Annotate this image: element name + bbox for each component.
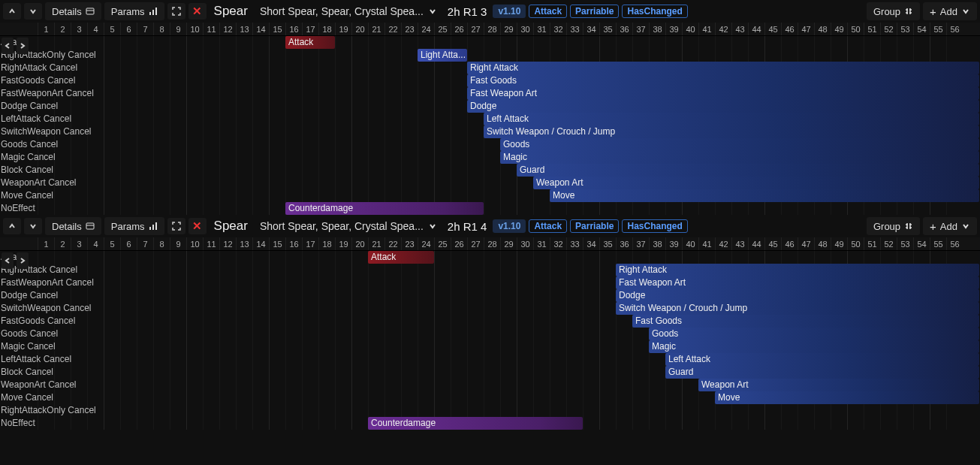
group-label: Group xyxy=(873,6,900,17)
timeline-bar[interactable]: Attack xyxy=(285,36,335,49)
frame-tick: 19 xyxy=(335,23,351,35)
tag-parriable: Parriable xyxy=(570,5,619,18)
timeline-bar[interactable]: Switch Weapon / Crouch / Jump xyxy=(484,125,979,138)
params-button[interactable]: Params xyxy=(104,217,164,235)
row-label: Dodge Cancel xyxy=(0,289,58,302)
frame-tick: 37 xyxy=(632,23,649,35)
timeline-row: Attack Attack xyxy=(0,36,980,49)
weapon-class: Spear xyxy=(210,4,252,19)
caret-up-icon[interactable] xyxy=(3,3,21,20)
frame-tick: 14 xyxy=(252,23,269,35)
frame-tick: 15 xyxy=(269,237,285,250)
timeline-bar[interactable]: Guard xyxy=(665,366,979,379)
frame-tick: 4 xyxy=(87,237,104,250)
frame-tick: 28 xyxy=(484,237,500,250)
params-button[interactable]: Params xyxy=(104,2,164,20)
caret-down-icon[interactable] xyxy=(24,3,42,20)
frame-tick: 23 xyxy=(401,237,418,250)
frame-tick: 4 xyxy=(87,23,104,35)
frame-tick: 5 xyxy=(104,23,120,35)
params-label: Params xyxy=(111,221,145,232)
add-label: Add xyxy=(940,221,957,232)
timeline-bar[interactable]: Guard xyxy=(517,164,979,177)
tag-haschanged: HasChanged xyxy=(622,219,687,233)
timeline-bar[interactable]: Left Attack xyxy=(484,113,979,125)
frame-tick: 49 xyxy=(831,237,847,250)
frame-tick: 13 xyxy=(236,23,252,35)
timeline-bar[interactable]: Left Attack xyxy=(665,353,979,366)
timeline-bar[interactable]: Fast Weapon Art xyxy=(616,276,979,289)
frame-tick: 27 xyxy=(467,237,484,250)
timeline-bar[interactable]: Attack xyxy=(368,251,434,264)
frame-tick: 51 xyxy=(864,23,880,35)
frame-tick: 9 xyxy=(170,23,186,35)
row-label: Magic Cancel xyxy=(0,340,56,353)
frame-tick: 2 xyxy=(54,237,71,250)
frame-tick: 14 xyxy=(252,237,269,250)
caret-up-icon[interactable] xyxy=(3,218,21,234)
timeline-row: LeftAttack Cancel Left Attack xyxy=(0,353,980,366)
weapon-dropdown[interactable]: Short Spear, Spear, Crystal Spea... xyxy=(255,3,442,20)
weapon-dropdown[interactable]: Short Spear, Spear, Crystal Spea... xyxy=(255,218,442,234)
timeline-bar[interactable]: Weapon Art xyxy=(698,379,979,391)
tag-parriable: Parriable xyxy=(570,219,619,233)
attack-name: 2h R1 3 xyxy=(445,5,490,18)
add-button[interactable]: +Add xyxy=(923,2,977,20)
timeline-bar[interactable]: Goods xyxy=(500,138,979,151)
expand-icon[interactable] xyxy=(167,218,185,234)
timeline-bar[interactable]: Dodge xyxy=(616,289,979,302)
svg-rect-4 xyxy=(155,8,157,15)
timeline-bar[interactable]: Magic xyxy=(500,151,979,164)
row-label: SwitchWeapon Cancel xyxy=(0,302,92,315)
frame-tick: 36 xyxy=(616,23,632,35)
timeline-bar[interactable]: Magic xyxy=(649,340,979,353)
timeline-bar[interactable]: Fast Weapon Art xyxy=(467,87,979,100)
frame-ruler: 1234567891011121314151617181920212223242… xyxy=(0,23,980,36)
timeline-bar[interactable]: Dodge xyxy=(467,100,979,113)
frame-tick: 31 xyxy=(533,237,550,250)
weapon-class: Spear xyxy=(210,219,252,234)
svg-rect-3 xyxy=(152,10,154,15)
timeline-bar[interactable]: Right Attack xyxy=(467,62,979,74)
row-label: Goods Cancel xyxy=(0,138,58,151)
timeline-row: WeaponArt Cancel Weapon Art xyxy=(0,379,980,391)
group-button[interactable]: Group xyxy=(867,217,920,235)
timeline-bar[interactable]: Goods xyxy=(649,328,979,340)
frame-tick: 33 xyxy=(566,23,583,35)
frame-tick: 3 xyxy=(71,237,87,250)
params-label: Params xyxy=(111,6,145,17)
frame-tick: 17 xyxy=(302,23,318,35)
caret-down-icon[interactable] xyxy=(24,218,42,234)
timeline-bar[interactable]: Weapon Art xyxy=(533,177,979,189)
row-label: Move Cancel xyxy=(0,391,53,404)
timeline-bar[interactable]: Move xyxy=(715,391,979,404)
add-button[interactable]: +Add xyxy=(923,217,977,235)
timeline-bar[interactable]: Counterdamage xyxy=(368,417,583,430)
frame-tick: 22 xyxy=(384,237,401,250)
details-button[interactable]: Details xyxy=(45,2,101,20)
frame-tick: 26 xyxy=(451,23,467,35)
timeline-bar[interactable]: Fast Goods xyxy=(467,74,979,87)
scroll-left-icon[interactable] xyxy=(2,252,14,269)
frame-tick: 8 xyxy=(153,23,170,35)
group-button[interactable]: Group xyxy=(867,2,920,20)
timeline-bar[interactable]: Fast Goods xyxy=(632,315,979,328)
timeline-row: SwitchWeapon Cancel Switch Weapon / Crou… xyxy=(0,125,980,138)
scroll-left-icon[interactable] xyxy=(2,38,14,54)
timeline-bar[interactable]: Right Attack xyxy=(616,264,979,276)
frame-tick: 40 xyxy=(682,237,698,250)
details-label: Details xyxy=(52,221,82,232)
timeline-bar[interactable]: Move xyxy=(550,189,979,202)
frame-tick: 7 xyxy=(137,237,153,250)
timeline-bar[interactable]: Light Atta... xyxy=(418,49,467,62)
timeline-bar[interactable]: Switch Weapon / Crouch / Jump xyxy=(616,302,979,315)
scroll-right-icon[interactable] xyxy=(17,252,29,269)
frame-tick: 47 xyxy=(798,23,814,35)
details-button[interactable]: Details xyxy=(45,217,101,235)
close-icon[interactable]: ✕ xyxy=(188,3,207,20)
timeline-bar[interactable]: Counterdamage xyxy=(285,202,484,215)
frame-tick: 2 xyxy=(54,23,71,35)
scroll-right-icon[interactable] xyxy=(17,38,29,54)
close-icon[interactable]: ✕ xyxy=(188,218,207,234)
expand-icon[interactable] xyxy=(167,3,185,20)
